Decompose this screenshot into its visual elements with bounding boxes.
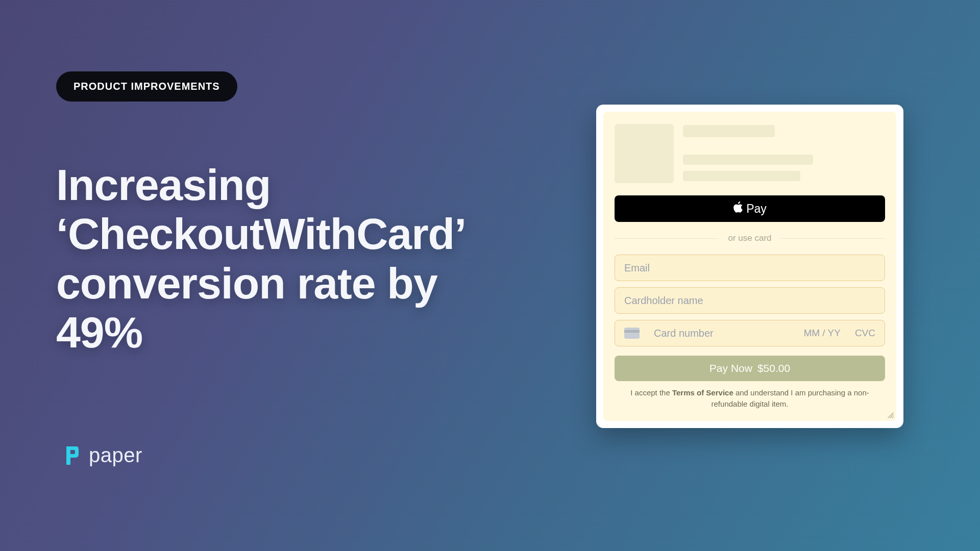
paper-logo-icon bbox=[65, 445, 80, 466]
product-line-placeholder bbox=[683, 171, 800, 181]
cardholder-name-field[interactable] bbox=[624, 295, 875, 307]
divider-text: or use card bbox=[728, 233, 771, 243]
product-thumbnail-placeholder bbox=[615, 124, 674, 183]
disclaimer-suffix: and understand I am purchasing a non-ref… bbox=[712, 388, 869, 408]
cardholder-name-field-wrapper[interactable] bbox=[615, 287, 885, 314]
product-summary bbox=[615, 124, 885, 183]
apple-pay-button[interactable]: Pay bbox=[615, 195, 885, 222]
expiry-placeholder[interactable]: MM / YY bbox=[803, 328, 841, 339]
brand-name: paper bbox=[89, 444, 142, 467]
card-number-field[interactable] bbox=[654, 328, 796, 339]
or-divider: or use card bbox=[615, 233, 885, 243]
brand-logo: paper bbox=[65, 444, 142, 467]
pay-now-button[interactable]: Pay Now $50.00 bbox=[615, 356, 885, 381]
apple-logo-icon bbox=[733, 201, 743, 216]
resize-handle-icon[interactable] bbox=[887, 412, 894, 419]
email-field[interactable] bbox=[624, 262, 875, 274]
cvc-placeholder[interactable]: CVC bbox=[855, 328, 875, 339]
tos-disclaimer: I accept the Terms of Service and unders… bbox=[615, 387, 885, 413]
tos-link[interactable]: Terms of Service bbox=[672, 388, 733, 397]
disclaimer-prefix: I accept the bbox=[630, 388, 672, 397]
credit-card-icon bbox=[624, 328, 640, 339]
category-badge: PRODUCT IMPROVEMENTS bbox=[56, 71, 237, 102]
pay-now-amount: $50.00 bbox=[757, 362, 790, 374]
product-line-placeholder bbox=[683, 155, 813, 165]
pay-now-label: Pay Now bbox=[709, 362, 752, 374]
email-field-wrapper[interactable] bbox=[615, 255, 885, 281]
page-title: Increasing ‘CheckoutWithCard’ conversion… bbox=[56, 160, 516, 357]
product-title-placeholder bbox=[683, 125, 775, 137]
card-field-wrapper[interactable]: MM / YY CVC bbox=[615, 320, 885, 346]
checkout-card: Pay or use card MM / YY CVC Pay Now $50.… bbox=[596, 105, 903, 428]
apple-pay-label: Pay bbox=[746, 202, 767, 216]
